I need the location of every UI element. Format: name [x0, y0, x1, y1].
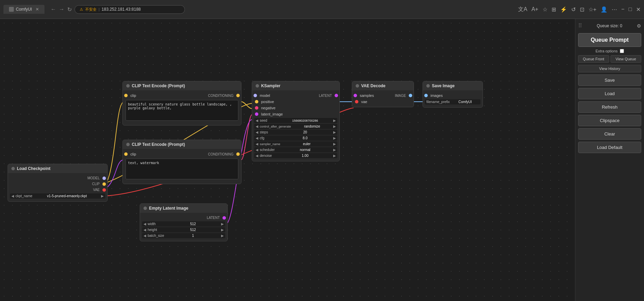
control-prev-arrow[interactable]: ◀	[256, 124, 258, 128]
refresh2-icon[interactable]: ↺	[571, 6, 576, 13]
control-after-field[interactable]: ◀ control_after_generate randomize ▶	[254, 124, 337, 129]
tab-close-icon[interactable]: ✕	[36, 7, 39, 12]
scheduler-next-arrow[interactable]: ▶	[333, 148, 336, 152]
app-icon[interactable]: ⊞	[552, 6, 556, 13]
width-next-arrow[interactable]: ▶	[221, 222, 224, 226]
steps-field[interactable]: ◀ steps 20 ▶	[254, 130, 337, 135]
clipspace-button[interactable]: Clipspace	[578, 115, 641, 126]
favorites-icon[interactable]: ☆+	[588, 6, 596, 13]
seed-next-arrow[interactable]: ▶	[333, 119, 336, 122]
height-prev-arrow[interactable]: ◀	[143, 228, 146, 232]
denoise-field[interactable]: ◀ denoise 1.00 ▶	[254, 153, 337, 158]
model-output-label: MODEL	[86, 176, 101, 180]
clip-neg-input-port[interactable]	[124, 152, 128, 156]
clip-negative-textarea[interactable]: text, watermark	[126, 159, 238, 179]
latent-output-port[interactable]	[222, 216, 226, 220]
vae-samples-row: samples IMAGE	[352, 92, 414, 99]
refresh-button[interactable]: Refresh	[578, 101, 641, 113]
steps-prev-arrow[interactable]: ◀	[256, 130, 258, 134]
vae-decode-node: VAE Decode samples IMAGE vae	[352, 81, 414, 107]
ksampler-latent-label: LATENT	[317, 94, 333, 98]
extra-options-label: Extra options	[595, 49, 617, 53]
ckpt-name-field[interactable]: ◀ ckpt_name v1-5-pruned-emaonly.ckpt ▶	[10, 193, 105, 199]
width-prev-arrow[interactable]: ◀	[143, 222, 146, 226]
view-history-button[interactable]: View History	[578, 65, 641, 72]
cfg-next-arrow[interactable]: ▶	[333, 136, 336, 140]
load-button[interactable]: Load	[578, 88, 641, 99]
ksampler-model-port[interactable]	[254, 94, 257, 97]
control-next-arrow[interactable]: ▶	[333, 124, 336, 128]
save-button[interactable]: Save	[578, 74, 641, 86]
clip-neg-input-label: clip	[129, 152, 138, 156]
denoise-next-arrow[interactable]: ▶	[333, 154, 336, 158]
seed-prev-arrow[interactable]: ◀	[256, 119, 258, 122]
sampler-label: sampler_name	[260, 142, 280, 146]
batch-size-field[interactable]: ◀ batch_size 1 ▶	[142, 233, 225, 238]
extra-options-checkbox[interactable]	[620, 49, 624, 53]
cfg-field[interactable]: ◀ cfg 8.0 ▶	[254, 136, 337, 141]
minimize-icon[interactable]: −	[621, 6, 624, 12]
close-window-icon[interactable]: ✕	[636, 6, 641, 13]
nav-back-icon[interactable]: ←	[51, 6, 56, 12]
ksampler-negative-label: negative	[260, 106, 277, 110]
clip-pos-output-port[interactable]	[236, 94, 240, 97]
clip-pos-output-label: CONDITIONING	[207, 94, 235, 98]
clip-positive-textarea[interactable]: beautiful scenery nature glass bottle la…	[126, 100, 238, 121]
split-icon[interactable]: ⊡	[580, 6, 584, 13]
settings-icon[interactable]: ⚙	[637, 23, 641, 29]
save-images-port[interactable]	[424, 94, 428, 97]
cfg-prev-arrow[interactable]: ◀	[256, 136, 258, 140]
steps-next-arrow[interactable]: ▶	[333, 130, 336, 134]
seed-field[interactable]: ◀ seed 156680208700286 ▶	[254, 118, 337, 123]
height-next-arrow[interactable]: ▶	[221, 228, 224, 232]
view-queue-button[interactable]: View Queue	[611, 55, 642, 63]
vae-vae-port[interactable]	[355, 100, 358, 103]
scheduler-prev-arrow[interactable]: ◀	[256, 148, 258, 152]
clip-output-port[interactable]	[102, 182, 106, 186]
address-bar[interactable]: ⚠ 不安全 | 183.252.181.43:8188	[75, 5, 185, 14]
translate-icon[interactable]: 文A	[518, 6, 527, 13]
model-output-port[interactable]	[102, 177, 106, 180]
save-image-title: Save Image	[432, 83, 455, 88]
clear-button[interactable]: Clear	[578, 128, 641, 140]
browser-tab[interactable]: ComfyUI ✕	[3, 5, 44, 14]
queue-front-button[interactable]: Queue Front	[578, 55, 609, 63]
sampler-field[interactable]: ◀ sampler_name euler ▶	[254, 141, 337, 147]
ksampler-latent-port[interactable]	[335, 94, 338, 97]
height-field[interactable]: ◀ height 512 ▶	[142, 227, 225, 232]
width-field[interactable]: ◀ width 512 ▶	[142, 221, 225, 227]
ckpt-prev-arrow[interactable]: ◀	[11, 194, 14, 198]
vae-image-label: IMAGE	[394, 94, 407, 98]
load-default-button[interactable]: Load Default	[578, 142, 641, 153]
sampler-prev-arrow[interactable]: ◀	[256, 142, 258, 146]
width-label: width	[148, 222, 165, 226]
ksampler-latent-image-port[interactable]	[255, 112, 258, 116]
extensions-icon[interactable]: ⋯	[612, 6, 617, 13]
clip-pos-input-port[interactable]	[124, 94, 128, 97]
nav-forward-icon[interactable]: →	[59, 6, 65, 12]
zoom-icon[interactable]: A+	[532, 6, 538, 12]
ksampler-negative-port[interactable]	[255, 106, 258, 110]
canvas-area[interactable]: Load Checkpoint MODEL CLIP VAE	[0, 19, 644, 301]
queue-prompt-button[interactable]: Queue Prompt	[578, 33, 641, 47]
maximize-icon[interactable]: □	[628, 6, 632, 12]
vae-output-port[interactable]	[102, 188, 106, 192]
profile-icon[interactable]: 👤	[601, 6, 607, 13]
width-value: 512	[166, 222, 220, 226]
vae-samples-port[interactable]	[354, 94, 357, 97]
bookmark-icon[interactable]: ☆	[543, 6, 547, 13]
denoise-prev-arrow[interactable]: ◀	[256, 154, 258, 158]
batch-prev-arrow[interactable]: ◀	[143, 234, 146, 238]
scheduler-field[interactable]: ◀ scheduler normal ▶	[254, 147, 337, 152]
ksampler-positive-port[interactable]	[255, 100, 258, 103]
vae-vae-row: vae	[352, 99, 414, 105]
vae-image-port[interactable]	[409, 94, 412, 97]
clip-pos-port-row: clip CONDITIONING	[123, 92, 241, 99]
batch-next-arrow[interactable]: ▶	[221, 234, 224, 238]
clip-neg-output-port[interactable]	[236, 152, 240, 156]
filename-prefix-field[interactable]: filename_prefix ComfyUI	[425, 99, 480, 104]
refresh-icon[interactable]: ↻	[67, 6, 72, 13]
ckpt-next-arrow[interactable]: ▶	[101, 194, 104, 198]
lightning-icon[interactable]: ⚡	[560, 6, 567, 13]
sampler-next-arrow[interactable]: ▶	[333, 142, 336, 146]
